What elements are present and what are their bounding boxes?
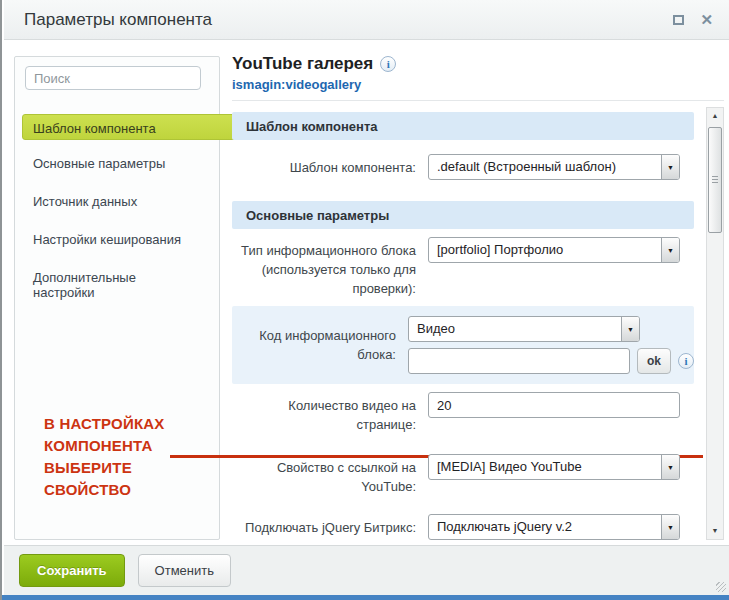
window-controls: ✕ [673,12,713,27]
dialog-title: Параметры компонента [24,10,212,30]
sidebar-item-data-source[interactable]: Источник данных [22,187,212,216]
ok-button[interactable]: ok [637,348,671,374]
field-row-iblock-type: Тип информационного блока (используется … [232,229,694,306]
component-parameters-dialog: Параметры компонента ✕ Шаблон компонента… [0,0,729,600]
jquery-select-value: Подключать jQuery v.2 [437,519,572,534]
dialog-footer: Сохранить Отменить [4,545,729,595]
iblock-type-select-value: [portfolio] Портфолио [437,242,563,257]
chevron-down-icon[interactable]: ▼ [661,238,679,262]
sidebar-menu: Шаблон компонента Основные параметры Ист… [15,114,219,307]
field-label: Шаблон компонента: [232,154,426,180]
template-select[interactable]: .default (Встроенный шаблон) ▼ [428,154,680,180]
field-label: Количество видео на странице: [232,392,426,434]
component-code: ismagin:videogallery [232,77,694,92]
resize-handle[interactable] [716,582,726,592]
jquery-select[interactable]: Подключать jQuery v.2 ▼ [428,514,680,540]
page-background-strip [2,595,729,600]
scroll-up-icon[interactable]: ▲ [707,109,723,123]
field-label: Подключать jQuery Битрикс: [232,514,426,540]
chevron-down-icon[interactable]: ▼ [661,515,679,539]
component-header: YouTube галерея i ismagin:videogallery [232,54,694,92]
field-label: Свойство с ссылкой на YouTube: [232,454,426,496]
youtube-prop-select[interactable]: [MEDIA] Видео YouTube ▼ [428,454,680,480]
scrollbar[interactable]: ▲ ▼ [706,107,724,540]
field-row-per-page: Количество видео на странице: [232,384,694,448]
iblock-type-select[interactable]: [portfolio] Портфолио ▼ [428,237,680,263]
field-row-youtube-prop: Свойство с ссылкой на YouTube: [MEDIA] В… [232,448,694,502]
annotation-text: В НАСТРОЙКАХ КОМПОНЕНТА ВЫБЕРИТЕ СВОЙСТВ… [44,413,165,501]
cancel-button[interactable]: Отменить [138,554,231,587]
scroll-down-icon[interactable]: ▼ [707,524,723,538]
header-separator [232,100,724,101]
info-icon[interactable]: i [380,56,396,72]
annotation-line-2: КОМПОНЕНТА [44,435,165,457]
dialog-titlebar: Параметры компонента ✕ [4,0,729,40]
component-title: YouTube галерея i [232,54,694,74]
sidebar-item-main-params[interactable]: Основные параметры [22,149,212,178]
sidebar-item-caching[interactable]: Настройки кеширования [22,225,212,254]
maximize-icon[interactable] [673,15,684,25]
annotation-line-1: В НАСТРОЙКАХ [44,413,165,435]
per-page-input[interactable] [428,392,680,418]
save-button[interactable]: Сохранить [19,554,125,587]
iblock-code-select[interactable]: Видео ▼ [408,316,640,342]
scrollbar-thumb[interactable] [708,127,722,233]
youtube-prop-select-value: [MEDIA] Видео YouTube [437,459,582,474]
form-area: Шаблон компонента Шаблон компонента: .de… [232,105,694,545]
iblock-code-select-value: Видео [417,321,455,336]
scrollbar-grip [712,176,718,184]
info-icon[interactable]: i [678,353,694,369]
iblock-code-input[interactable] [408,348,630,374]
annotation-line-4: СВОЙСТВО [44,479,165,501]
chevron-down-icon[interactable]: ▼ [661,455,679,479]
close-icon[interactable]: ✕ [700,12,713,27]
search-input[interactable] [25,66,201,90]
template-select-value: .default (Встроенный шаблон) [437,159,616,174]
component-title-text: YouTube галерея [232,54,373,74]
field-row-iblock-code: Код информационного блока: Видео ▼ ok i [232,306,694,384]
chevron-down-icon[interactable]: ▼ [661,155,679,179]
field-row-template: Шаблон компонента: .default (Встроенный … [232,140,694,194]
field-label: Код информационного блока: [232,326,406,364]
field-row-jquery: Подключать jQuery Битрикс: Подключать jQ… [232,502,694,545]
section-header-main-params: Основные параметры [232,201,694,229]
search-box [25,66,209,90]
section-header-template: Шаблон компонента [232,112,694,140]
sidebar-item-additional[interactable]: Дополнительные настройки [22,263,212,307]
chevron-down-icon[interactable]: ▼ [621,317,639,341]
annotation-line-3: ВЫБЕРИТЕ [44,457,165,479]
field-label: Тип информационного блока (используется … [232,237,426,298]
